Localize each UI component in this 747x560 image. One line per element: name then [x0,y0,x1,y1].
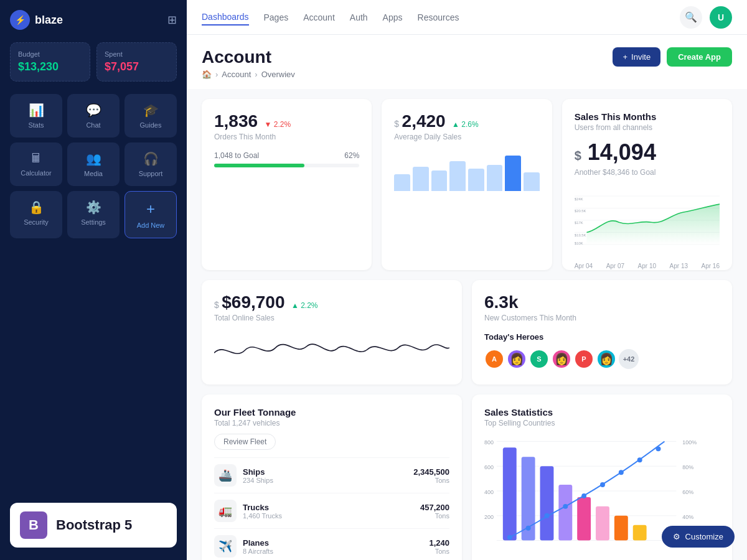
customers-label: New Customers This Month [484,314,720,322]
nav-link-auth[interactable]: Auth [350,10,368,25]
mini-bar-chart [394,154,539,191]
heroes-section: Today's Heroes A 👩 S 👩 P 👩 +42 [484,332,720,369]
planes-info: Planes 8 Aircrafts [243,538,273,555]
nav-link-apps[interactable]: Apps [383,10,403,25]
nav-link-pages[interactable]: Pages [264,10,289,25]
media-icon: 👥 [86,151,101,166]
user-avatar[interactable]: U [710,6,732,29]
progress-header: 1,048 to Goal 62% [214,151,359,160]
fleet-item-planes: ✈️ Planes 8 Aircrafts 1,240 Tons [214,528,449,560]
spent-card: Spent $7,057 [96,42,177,82]
bar-5 [468,169,484,191]
bar-8 [524,172,540,191]
page-header: Account 🏠 › Account › Overwiev + Invite … [187,35,747,89]
breadcrumb-account: Account [222,70,251,79]
fleet-title: Our Fleet Tonnage [214,407,449,418]
invite-button[interactable]: + Invite [613,47,660,67]
bootstrap-letter: B [29,517,39,533]
page-content: Account 🏠 › Account › Overwiev + Invite … [187,35,747,560]
settings-icon: ⚙️ [86,200,101,215]
sidebar-item-calculator[interactable]: 🖩 Calculator [10,142,62,186]
svg-text:$17K: $17K [575,221,583,225]
fleet-item-trucks-left: 🚛 Trucks 1,460 Trucks [214,500,282,522]
planes-unit: Tons [429,548,449,555]
svg-point-29 [544,513,549,518]
create-app-button[interactable]: Create App [667,47,732,67]
review-fleet-button[interactable]: Review Fleet [214,434,276,450]
header-icon[interactable]: ⊞ [167,13,177,27]
hero-6: 👩 [596,349,616,369]
daily-sales-card: $ 2,420 ▲ 2.6% Average Daily Sales [382,99,552,270]
bar-3 [431,170,448,191]
svg-point-32 [600,482,605,487]
sales-stats-sub: Top Selling Countries [484,419,720,427]
fleet-item-ships-left: 🚢 Ships 234 Ships [214,464,273,487]
sidebar-item-security[interactable]: 🔒 Security [10,191,62,238]
online-sales-card: $ $69,700 ▲ 2.2% Total Online Sales [202,280,462,385]
orders-value: 1,836 [214,111,258,131]
svg-text:40%: 40% [682,514,693,520]
security-label: Security [24,218,49,226]
online-sales-label: Total Online Sales [214,314,449,322]
trucks-value: 457,200 [420,503,449,512]
svg-text:600: 600 [484,464,494,470]
trucks-name: Trucks [243,503,282,512]
sales-goal-text: Another $48,346 to Goal [575,168,720,177]
sidebar-item-guides[interactable]: 🎓 Guides [125,94,177,138]
sidebar-item-support[interactable]: 🎧 Support [125,142,177,186]
fleet-item-planes-left: ✈️ Planes 8 Aircrafts [214,535,273,558]
svg-point-34 [637,457,642,462]
calculator-icon: 🖩 [30,151,42,166]
svg-rect-21 [540,466,554,540]
customers-value: 6.3k [484,292,519,312]
heroes-avatars: A 👩 S 👩 P 👩 +42 [484,349,720,369]
sidebar-item-stats[interactable]: 📊 Stats [10,94,62,138]
orders-change: ▼ 2.2% [265,120,291,129]
new-customers-card: 6.3k New Customers This Month Today's He… [472,280,732,385]
progress-bar-fill [214,164,304,167]
ships-value-section: 2,345,500 Tons [413,467,449,484]
svg-text:800: 800 [484,439,494,446]
sales-dollar: $ [575,149,581,162]
nav-link-resources[interactable]: Resources [418,10,459,25]
main-content: Dashboards Pages Account Auth Apps Resou… [187,0,747,560]
nav-link-dashboards[interactable]: Dashboards [202,9,249,26]
bar-6 [487,165,503,191]
sales-stats-title: Sales Statistics [484,407,720,418]
trucks-unit: Tons [420,512,449,520]
breadcrumb-overwiev: Overwiev [261,70,295,79]
support-label: Support [139,170,163,177]
planes-value-section: 1,240 Tons [429,538,449,555]
middle-row: $ $69,700 ▲ 2.2% Total Online Sales 6.3k… [202,280,732,385]
bar-7 [505,156,521,191]
customize-icon: ⚙ [673,532,680,541]
planes-count: 8 Aircrafts [243,548,273,555]
customize-button[interactable]: ⚙ Customize [662,526,735,548]
calculator-label: Calculator [21,169,52,177]
svg-point-33 [619,470,624,475]
fleet-subtitle: Total 1,247 vehicles [214,419,449,427]
orders-card: 1,836 ▼ 2.2% Orders This Month 1,048 to … [202,99,372,270]
sidebar-item-media[interactable]: 👥 Media [67,142,120,186]
sidebar-item-settings[interactable]: ⚙️ Settings [67,191,120,238]
chart-x-labels: Apr 04 Apr 07 Apr 10 Apr 13 Apr 16 [575,263,720,269]
svg-text:100%: 100% [682,439,697,446]
orders-header: 1,836 ▼ 2.2% [214,111,359,131]
search-button[interactable]: 🔍 [680,6,702,29]
ships-unit: Tons [413,477,449,484]
svg-text:$10K: $10K [575,241,583,245]
page-title: Account [202,47,295,67]
nav-link-account[interactable]: Account [303,10,335,25]
customers-header: 6.3k [484,292,720,312]
sidebar-item-chat[interactable]: 💬 Chat [67,94,120,138]
trucks-info: Trucks 1,460 Trucks [243,503,282,520]
sales-big-value: 14,094 [588,139,656,165]
chat-label: Chat [86,121,100,129]
sidebar-item-add-new[interactable]: + Add New [125,191,177,238]
top-nav-right: 🔍 U [680,6,732,29]
planes-icon: ✈️ [214,535,237,558]
progress-goal-label: 1,048 to Goal [214,151,259,160]
svg-rect-19 [503,447,517,540]
guides-label: Guides [140,121,162,129]
media-label: Media [84,170,103,177]
